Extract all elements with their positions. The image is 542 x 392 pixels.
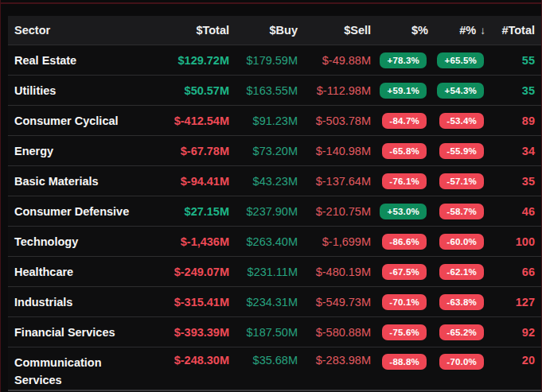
- sector-name: Financial Services: [8, 324, 135, 341]
- total-value: $-67.78M: [135, 145, 229, 157]
- num-pct-cell: +65.5%: [428, 52, 485, 68]
- dollar-pct-badge: -88.8%: [382, 354, 427, 370]
- dollar-pct-badge: -65.8%: [382, 143, 427, 159]
- table-row[interactable]: Energy $-67.78M $73.20M $-140.98M -65.8%…: [8, 136, 542, 166]
- sector-name: Healthcare: [8, 263, 135, 281]
- table-row[interactable]: Consumer Defensive $27.15M $237.90M $-21…: [8, 196, 542, 227]
- sell-value: $-210.75M: [298, 205, 371, 218]
- sort-desc-arrow-icon: ↓: [480, 25, 485, 37]
- num-total-value: 55: [485, 54, 535, 67]
- num-total-value: 46: [485, 205, 535, 218]
- dollar-pct-cell: -67.5%: [371, 264, 428, 280]
- num-pct-badge: -58.7%: [439, 204, 484, 219]
- column-header-num-pct[interactable]: #% ↓: [428, 24, 485, 37]
- table-row[interactable]: Communication Services $-248.30M $35.68M…: [8, 347, 542, 391]
- total-value: $-412.54M: [135, 114, 229, 127]
- dollar-pct-cell: -88.8%: [371, 347, 428, 370]
- buy-value: $43.23M: [229, 175, 298, 188]
- table-row[interactable]: Consumer Cyclical $-412.54M $91.23M $-50…: [8, 106, 542, 136]
- num-pct-badge: -70.0%: [439, 354, 484, 370]
- table-row[interactable]: Industrials $-315.41M $234.31M $-549.73M…: [8, 287, 542, 317]
- dollar-pct-badge: -86.6%: [382, 234, 427, 250]
- dollar-pct-badge: -84.7%: [382, 113, 427, 129]
- dollar-pct-badge: -76.1%: [382, 173, 427, 189]
- total-value: $-315.41M: [135, 296, 229, 309]
- sell-value: $-549.73M: [298, 296, 371, 309]
- sector-name: Basic Materials: [8, 173, 135, 190]
- buy-value: $237.90M: [229, 205, 298, 218]
- sector-flow-table: Sector $Total $Buy $Sell $% #% ↓ #Total …: [8, 16, 542, 391]
- sell-value: $-137.64M: [298, 175, 371, 188]
- table-body: Real Estate $129.72M $179.59M $-49.88M +…: [8, 45, 542, 391]
- num-pct-cell: -55.9%: [428, 143, 485, 159]
- table-row[interactable]: Utilities $50.57M $163.55M $-112.98M +59…: [8, 76, 542, 106]
- total-value: $-249.07M: [135, 266, 229, 278]
- num-total-value: 35: [485, 175, 535, 188]
- sell-value: $-49.88M: [298, 54, 371, 67]
- num-pct-cell: -53.4%: [428, 113, 485, 129]
- buy-value: $231.11M: [229, 266, 298, 278]
- num-pct-label: #%: [459, 24, 476, 37]
- dollar-pct-cell: -86.6%: [371, 234, 428, 250]
- dollar-pct-badge: +53.0%: [380, 204, 427, 219]
- num-pct-cell: -63.8%: [428, 294, 485, 310]
- column-header-sector[interactable]: Sector: [8, 24, 135, 37]
- buy-value: $73.20M: [229, 145, 298, 157]
- sector-name: Energy: [8, 142, 135, 160]
- top-accent-line: [0, 2, 542, 4]
- num-total-value: 89: [485, 114, 535, 127]
- total-value: $-1,436M: [135, 235, 229, 248]
- num-total-value: 66: [485, 266, 535, 278]
- sector-name: Technology: [8, 233, 135, 250]
- sector-name: Consumer Cyclical: [8, 112, 135, 130]
- column-header-dollar-buy[interactable]: $Buy: [229, 24, 298, 37]
- dollar-pct-badge: -70.1%: [382, 294, 427, 310]
- num-pct-badge: +65.5%: [437, 52, 484, 68]
- num-pct-badge: -65.2%: [439, 324, 484, 340]
- sector-name: Real Estate: [8, 52, 135, 69]
- num-pct-badge: -63.8%: [439, 294, 484, 310]
- num-pct-cell: -70.0%: [428, 347, 485, 370]
- total-value: $27.15M: [135, 205, 229, 218]
- buy-value: $179.59M: [229, 54, 298, 67]
- num-pct-cell: +54.3%: [428, 83, 485, 99]
- sell-value: $-112.98M: [298, 84, 371, 97]
- sell-value: $-1,699M: [298, 235, 371, 248]
- column-header-dollar-pct[interactable]: $%: [371, 24, 428, 37]
- column-header-dollar-total[interactable]: $Total: [135, 24, 229, 37]
- column-header-num-total[interactable]: #Total: [485, 24, 535, 37]
- num-total-value: 20: [485, 347, 535, 367]
- dollar-pct-cell: +59.1%: [371, 83, 428, 99]
- dollar-pct-badge: -67.5%: [382, 264, 427, 280]
- buy-value: $187.50M: [229, 326, 298, 339]
- num-total-value: 35: [485, 84, 535, 97]
- dollar-pct-cell: +78.3%: [371, 52, 428, 68]
- table-row[interactable]: Real Estate $129.72M $179.59M $-49.88M +…: [8, 45, 542, 76]
- sell-value: $-580.88M: [298, 326, 371, 339]
- num-pct-cell: -57.1%: [428, 173, 485, 189]
- total-value: $129.72M: [135, 54, 229, 67]
- num-pct-cell: -58.7%: [428, 204, 485, 219]
- num-pct-cell: -60.0%: [428, 234, 485, 250]
- sell-value: $-140.98M: [298, 145, 371, 157]
- num-total-value: 127: [485, 296, 535, 309]
- sector-name: Communication Services: [8, 347, 135, 389]
- total-value: $-94.41M: [135, 175, 229, 188]
- table-row[interactable]: Technology $-1,436M $263.40M $-1,699M -8…: [8, 227, 542, 257]
- num-pct-badge: -60.0%: [439, 234, 484, 250]
- dollar-pct-badge: +78.3%: [380, 52, 427, 68]
- dollar-pct-cell: -70.1%: [371, 294, 428, 310]
- sell-value: $-480.19M: [298, 266, 371, 278]
- total-value: $-393.39M: [135, 326, 229, 339]
- sell-value: $-283.98M: [298, 347, 371, 367]
- num-total-value: 92: [485, 326, 535, 339]
- dollar-pct-badge: -75.6%: [382, 324, 427, 340]
- column-header-dollar-sell[interactable]: $Sell: [298, 24, 371, 37]
- table-row[interactable]: Financial Services $-393.39M $187.50M $-…: [8, 317, 542, 347]
- table-row[interactable]: Healthcare $-249.07M $231.11M $-480.19M …: [8, 257, 542, 287]
- table-row[interactable]: Basic Materials $-94.41M $43.23M $-137.6…: [8, 166, 542, 196]
- num-pct-cell: -65.2%: [428, 324, 485, 340]
- total-value: $-248.30M: [135, 347, 229, 367]
- dollar-pct-cell: +53.0%: [371, 204, 428, 219]
- dollar-pct-badge: +59.1%: [380, 83, 427, 99]
